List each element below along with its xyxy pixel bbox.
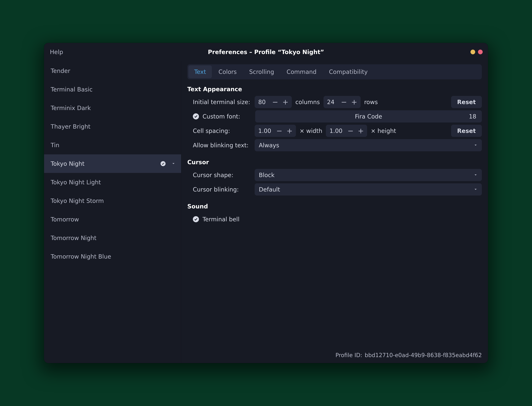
- help-menu[interactable]: Help: [50, 49, 63, 55]
- custom-font-label: Custom font:: [202, 113, 252, 120]
- tab-command[interactable]: Command: [281, 65, 322, 78]
- section-text-appearance: Text Appearance: [187, 86, 482, 93]
- row-terminal-bell: Terminal bell: [187, 212, 482, 226]
- sidebar-item-tokyo-night-storm[interactable]: Tokyo Night Storm: [44, 191, 181, 210]
- sidebar-item-label: Tomorrow Night Blue: [51, 253, 111, 260]
- sidebar-item-label: Tokyo Night Light: [51, 179, 101, 186]
- cell-spacing-label: Cell spacing:: [193, 128, 251, 134]
- blinking-text-value: Always: [259, 142, 279, 149]
- profile-menu-button[interactable]: [171, 160, 176, 167]
- blinking-text-label: Allow blinking text:: [193, 142, 251, 149]
- window-controls: [470, 50, 483, 54]
- cursor-blinking-select[interactable]: Default: [255, 183, 482, 196]
- sidebar-item-label: Tokyo Night: [51, 160, 85, 167]
- profile-id-value: bbd12710-e0ad-49b9-8638-f835eabd4f62: [365, 352, 482, 358]
- sidebar-item-thayer-bright[interactable]: Thayer Bright: [44, 117, 181, 136]
- window-title: Preferences – Profile “Tokyo Night”: [44, 49, 488, 55]
- rows-increment[interactable]: +: [350, 98, 359, 106]
- terminal-bell-checkbox[interactable]: [193, 216, 199, 222]
- preferences-window: Help Preferences – Profile “Tokyo Night”…: [44, 43, 488, 363]
- tab-scrolling[interactable]: Scrolling: [244, 65, 280, 78]
- custom-font-checkbox[interactable]: [193, 113, 199, 119]
- cell-width-value: 1.00: [258, 128, 273, 134]
- chevron-down-icon: [474, 186, 478, 193]
- columns-value: 80: [258, 99, 269, 105]
- cell-width-decrement[interactable]: −: [275, 126, 284, 135]
- titlebar: Help Preferences – Profile “Tokyo Night”: [44, 43, 488, 61]
- sidebar-item-tender[interactable]: Tender: [44, 62, 181, 80]
- sidebar-item-label: Terminix Dark: [51, 105, 91, 111]
- cell-height-stepper[interactable]: 1.00 − +: [326, 125, 367, 137]
- cell-width-stepper[interactable]: 1.00 − +: [255, 125, 296, 137]
- cell-height-unit: × height: [371, 128, 396, 134]
- cursor-shape-select[interactable]: Block: [255, 169, 482, 181]
- sidebar-item-terminal-basic[interactable]: Terminal Basic: [44, 80, 181, 99]
- columns-decrement[interactable]: −: [271, 98, 280, 106]
- sidebar-item-tokyo-night[interactable]: Tokyo Night: [44, 154, 181, 173]
- chevron-down-icon: [474, 142, 478, 149]
- row-initial-size: Initial terminal size: 80 − + columns 24…: [187, 95, 482, 109]
- font-chooser[interactable]: Fira Code 18: [255, 110, 482, 123]
- profile-tabs: Text Colors Scrolling Command Compatibil…: [187, 64, 482, 80]
- cell-reset-button[interactable]: Reset: [451, 125, 482, 137]
- sidebar-item-label: Tokyo Night Storm: [51, 197, 104, 204]
- sidebar-item-tin[interactable]: Tin: [44, 136, 181, 154]
- sidebar-item-tomorrow[interactable]: Tomorrow: [44, 210, 181, 229]
- cell-width-increment[interactable]: +: [285, 126, 294, 135]
- tab-compatibility[interactable]: Compatibility: [323, 65, 373, 78]
- blinking-text-select[interactable]: Always: [255, 139, 482, 151]
- rows-unit: rows: [364, 99, 378, 105]
- rows-value: 24: [327, 99, 338, 105]
- chevron-down-icon: [474, 172, 478, 179]
- sidebar-item-tokyo-night-light[interactable]: Tokyo Night Light: [44, 173, 181, 191]
- cursor-shape-label: Cursor shape:: [193, 172, 251, 179]
- row-cursor-shape: Cursor shape: Block: [187, 168, 482, 182]
- sidebar-item-tomorrow-night[interactable]: Tomorrow Night: [44, 229, 181, 247]
- profile-content: Text Colors Scrolling Command Compatibil…: [181, 61, 488, 363]
- sidebar-item-tomorrow-night-blue[interactable]: Tomorrow Night Blue: [44, 247, 181, 266]
- close-button[interactable]: [478, 50, 483, 54]
- profile-sidebar: Tender Terminal Basic Terminix Dark Thay…: [44, 61, 181, 363]
- columns-stepper[interactable]: 80 − +: [255, 96, 292, 108]
- sidebar-item-terminix-dark[interactable]: Terminix Dark: [44, 99, 181, 117]
- size-reset-button[interactable]: Reset: [451, 96, 482, 108]
- columns-increment[interactable]: +: [281, 98, 290, 106]
- row-cell-spacing: Cell spacing: 1.00 − + × width 1.00 − + …: [187, 123, 482, 138]
- sidebar-item-label: Tender: [51, 67, 70, 74]
- row-blinking-text: Allow blinking text: Always: [187, 138, 482, 152]
- tab-colors[interactable]: Colors: [213, 65, 243, 78]
- profile-id-label: Profile ID:: [335, 352, 362, 358]
- font-name: Fira Code: [355, 113, 382, 120]
- sidebar-item-label: Tin: [51, 142, 59, 149]
- cursor-blinking-label: Cursor blinking:: [193, 186, 251, 193]
- font-size: 18: [469, 113, 476, 120]
- profile-id-footer: Profile ID: bbd12710-e0ad-49b9-8638-f835…: [335, 352, 482, 358]
- minimize-button[interactable]: [470, 50, 475, 54]
- rows-decrement[interactable]: −: [339, 98, 348, 106]
- sidebar-item-label: Tomorrow Night: [51, 235, 96, 241]
- sidebar-item-label: Terminal Basic: [51, 86, 93, 93]
- tab-text[interactable]: Text: [188, 65, 212, 78]
- cursor-shape-value: Block: [259, 172, 275, 179]
- cursor-blinking-value: Default: [259, 186, 280, 193]
- cell-height-increment[interactable]: +: [356, 126, 365, 135]
- default-profile-icon: [161, 161, 165, 166]
- terminal-bell-label: Terminal bell: [202, 216, 239, 223]
- section-sound: Sound: [187, 203, 482, 210]
- cell-height-decrement[interactable]: −: [346, 126, 355, 135]
- sidebar-item-label: Thayer Bright: [51, 123, 90, 130]
- rows-stepper[interactable]: 24 − +: [324, 96, 361, 108]
- row-custom-font: Custom font: Fira Code 18: [187, 109, 482, 123]
- cell-height-value: 1.00: [330, 128, 345, 134]
- columns-unit: columns: [295, 99, 320, 105]
- sidebar-item-label: Tomorrow: [51, 216, 79, 223]
- row-cursor-blinking: Cursor blinking: Default: [187, 182, 482, 197]
- cell-width-unit: × width: [300, 128, 322, 134]
- initial-size-label: Initial terminal size:: [193, 99, 251, 105]
- section-cursor: Cursor: [187, 159, 482, 166]
